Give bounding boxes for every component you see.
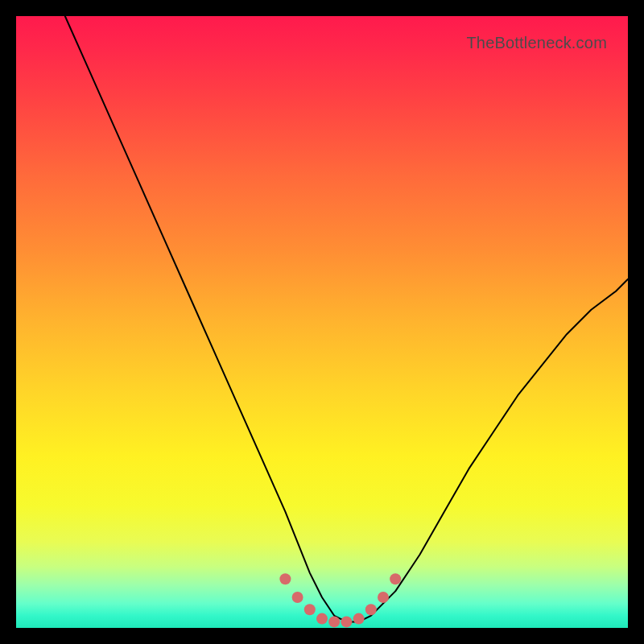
highlight-marker <box>279 573 291 584</box>
bottleneck-curve <box>65 16 628 621</box>
highlight-marker <box>341 616 352 627</box>
highlight-marker <box>390 573 401 584</box>
chart-svg <box>16 16 628 628</box>
highlight-marker <box>353 613 365 625</box>
highlight-marker <box>304 604 316 615</box>
chart-frame: TheBottleneck.com <box>0 0 644 644</box>
highlight-marker <box>365 604 377 615</box>
highlight-marker <box>292 592 303 603</box>
highlight-marker <box>316 613 328 625</box>
chart-plot-area: TheBottleneck.com <box>16 16 628 628</box>
highlight-marker <box>328 616 340 627</box>
highlight-marker <box>378 592 389 603</box>
